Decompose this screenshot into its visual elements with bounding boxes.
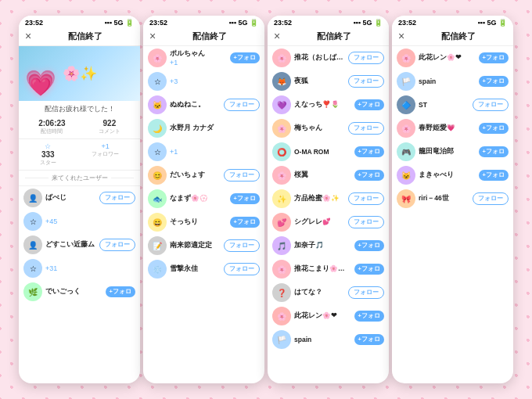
avatar: 🌸 (397, 119, 415, 138)
user-info: だいちょす (170, 171, 221, 180)
header: ×配信終了 (392, 28, 513, 46)
time: 23:52 (274, 19, 292, 27)
close-button[interactable]: × (274, 30, 280, 42)
user-row: ⭕O-MA ROM+フォロ (268, 140, 389, 164)
avatar: 🌸 (272, 260, 291, 279)
follow-button[interactable]: フォロー (348, 286, 384, 299)
follow-button[interactable]: フォロー (224, 99, 260, 111)
user-list: 🌸ポルちゃん+1+フォロ☆+3🐱ぬぬねこ。フォロー🌙水野月 カナダ☆+1😊だいち… (143, 46, 264, 383)
user-name: 籠田竜治郎 (419, 147, 476, 156)
user-row: ✨方品枪蜜🌸✨フォロー (268, 187, 389, 210)
user-row: 🎮籠田竜治郎+フォロ (392, 140, 513, 164)
user-row: ☆+1 (143, 140, 264, 164)
follow-button[interactable]: +フォロ (479, 170, 509, 181)
follow-button[interactable]: +フォロ (479, 52, 509, 63)
avatar: 🐱 (148, 95, 167, 114)
user-info: シグレレ💕 (294, 217, 345, 227)
user-row: 🌸此花レン🌸❤+フォロ (268, 304, 389, 328)
user-name: シグレレ💕 (294, 217, 345, 227)
user-row: 🦊夜狐フォロー (268, 70, 389, 93)
stat-item: 2:06:23配信時間 (38, 119, 65, 135)
user-row: ☆+3 (143, 70, 264, 93)
user-row: 😺まきゃべり+フォロ (392, 164, 513, 187)
follow-button[interactable]: フォロー (224, 263, 260, 275)
avatar: 🐟 (148, 189, 167, 208)
follow-button[interactable]: フォロー (224, 169, 260, 182)
close-button[interactable]: × (149, 30, 156, 42)
user-info: +31 (45, 264, 135, 272)
phones-container: 23:52▪▪▪ 5G 🔋×配信終了🌸✨💗配信お疲れ様でした！2:06:23配信… (13, 9, 519, 390)
follow-button[interactable]: +フォロ (479, 146, 509, 157)
user-info: 籠田竜治郎 (419, 147, 476, 156)
status-bar: 23:52▪▪▪ 5G 🔋 (268, 16, 389, 28)
follow-button[interactable]: +フォロ (354, 146, 384, 157)
time: 23:52 (149, 19, 167, 27)
avatar: 😊 (148, 166, 167, 185)
status-bar: 23:52▪▪▪ 5G 🔋 (143, 16, 264, 28)
user-info: 梅ちゃん (294, 124, 345, 133)
user-row: ☆+45 (19, 210, 140, 233)
avatar: 🎮 (397, 142, 415, 161)
user-name: 此花レン🌸❤ (419, 53, 476, 63)
avatar: 😄 (148, 213, 167, 232)
follow-button[interactable]: フォロー (348, 75, 384, 88)
follow-button[interactable]: フォロー (348, 52, 384, 64)
follow-button[interactable]: +フォロ (230, 193, 260, 204)
avatar: 🌸 (397, 49, 415, 67)
close-button[interactable]: × (25, 30, 31, 42)
user-row: ❄️雪撃永佳フォロー (143, 257, 264, 281)
follow-button[interactable]: フォロー (473, 192, 509, 205)
follow-button[interactable]: +フォロ (479, 123, 509, 134)
user-name: えなっち❣️🌷 (294, 100, 351, 110)
user-name: spain (419, 77, 476, 85)
user-info: +3 (170, 77, 260, 85)
phone-phone4: 23:52▪▪▪ 5G 🔋×配信終了🌸此花レン🌸❤+フォロ🏳️spain+フォロ… (392, 16, 513, 383)
user-row: 🐟なまず🌸💮+フォロ (143, 187, 264, 210)
close-button[interactable]: × (398, 30, 404, 42)
avatar: 👤 (23, 235, 42, 254)
follow-button[interactable]: +フォロ (479, 76, 509, 87)
avatar: 🌸 (272, 49, 291, 67)
user-name: 水野月 カナダ (170, 124, 260, 133)
avatar: 🎀 (397, 189, 415, 208)
follow-button[interactable]: フォロー (348, 122, 384, 135)
follow-button[interactable]: フォロー (473, 99, 509, 111)
avatar: 🏳️ (397, 72, 415, 91)
follow-button[interactable]: +フォロ (230, 52, 260, 63)
stat-item: +1フォロワー (92, 142, 119, 167)
follow-button[interactable]: フォロー (348, 216, 384, 228)
user-row: 💜えなっち❣️🌷+フォロ (268, 93, 389, 117)
user-row: 🔷STフォロー (392, 93, 513, 117)
user-name: どすこい近藤ム (45, 240, 96, 250)
follow-button[interactable]: +フォロ (354, 264, 384, 275)
follow-button[interactable]: +フォロ (354, 334, 384, 345)
follow-button[interactable]: +フォロ (230, 217, 260, 228)
stat-value: 922 (103, 119, 117, 128)
user-info: 雪撃永佳 (170, 264, 221, 274)
user-row: 👤どすこい近藤ムフォロー (19, 233, 140, 257)
follow-button[interactable]: フォロー (99, 239, 135, 251)
follow-button[interactable]: +フォロ (354, 311, 384, 322)
follow-button[interactable]: フォロー (99, 192, 135, 204)
user-name: ばべじ (45, 193, 96, 203)
stat-item: 922コメント (99, 119, 120, 135)
user-name: 此花レン🌸❤ (294, 311, 351, 321)
follow-button[interactable]: +フォロ (354, 99, 384, 110)
follow-button[interactable]: +フォロ (354, 170, 384, 181)
user-info: 春野姫愛💗 (419, 124, 476, 133)
user-info: 南来節適定定 (170, 241, 221, 250)
avatar: 🏳️ (272, 330, 291, 349)
user-info: なまず🌸💮 (170, 194, 227, 203)
user-info: 此花レン🌸❤ (419, 53, 476, 63)
user-row: 🌸推花こまり🌸夫婦V+フォロ (268, 257, 389, 281)
avatar: 💜 (272, 95, 291, 114)
time: 23:52 (25, 19, 43, 27)
user-row: 💕シグレレ💕フォロー (268, 210, 389, 234)
follow-button[interactable]: フォロー (348, 192, 384, 205)
follow-button[interactable]: +フォロ (106, 286, 135, 297)
user-row: 😄そっちり+フォロ (143, 210, 264, 234)
avatar: ☆ (148, 72, 167, 91)
user-name: riri－46世 (419, 194, 469, 203)
follow-button[interactable]: フォロー (224, 239, 260, 252)
follow-button[interactable]: +フォロ (354, 240, 384, 251)
